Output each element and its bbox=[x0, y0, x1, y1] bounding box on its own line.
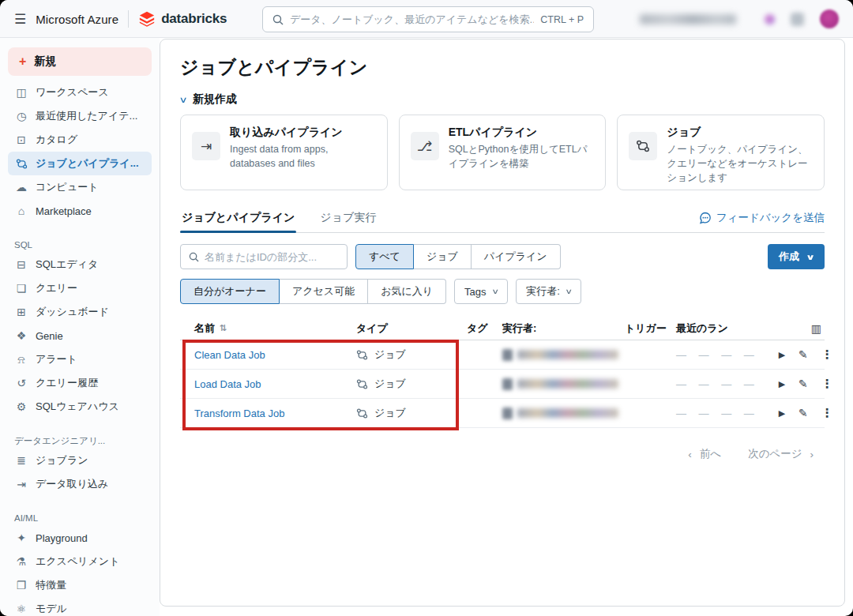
global-search-input[interactable] bbox=[290, 13, 534, 25]
pagination-next[interactable]: 次のページ › bbox=[748, 447, 814, 461]
blurred-help-icon[interactable] bbox=[791, 13, 804, 26]
column-picker-icon[interactable]: ▥ bbox=[749, 322, 825, 335]
edit-icon[interactable]: ✎ bbox=[799, 377, 808, 390]
table-header: 名前 ⇅ タイプ タグ 実行者: トリガー 最近のラン ▥ bbox=[180, 317, 825, 340]
bell-icon: ⍾ bbox=[14, 353, 28, 366]
table-row[interactable]: Clean Data Job ジョブ — — — — ▶ ✎ ⋮ bbox=[180, 340, 825, 370]
table-search[interactable] bbox=[180, 244, 348, 269]
create-section-toggle[interactable]: ∨ 新規作成 bbox=[180, 92, 825, 107]
sidebar-item-marketplace[interactable]: ⌂ Marketplace bbox=[8, 199, 152, 223]
sidebar-item-jobs-pipelines[interactable]: ジョブとパイプライ... bbox=[8, 152, 152, 175]
kebab-menu-icon[interactable]: ⋮ bbox=[821, 377, 833, 391]
sidebar-section-ai-ml: AI/ML bbox=[8, 510, 152, 526]
databricks-logo-icon bbox=[138, 10, 156, 28]
edit-icon[interactable]: ✎ bbox=[799, 348, 808, 361]
sidebar-item-catalog[interactable]: ⊡ カタログ bbox=[8, 128, 152, 152]
sidebar-item-features[interactable]: ❐ 特徴量 bbox=[8, 573, 152, 597]
catalog-icon: ⊡ bbox=[14, 133, 28, 146]
run-as-dropdown[interactable]: 実行者: ∨ bbox=[516, 279, 581, 304]
sidebar-item-data-ingestion[interactable]: ⇥ データ取り込み bbox=[8, 472, 152, 496]
filter-row-1: すべて ジョブ パイプライン 作成 ∨ bbox=[180, 244, 825, 269]
workflows-icon bbox=[14, 158, 28, 170]
blurred-workspace-name[interactable] bbox=[640, 14, 736, 24]
sidebar-item-alerts[interactable]: ⍾ アラート bbox=[8, 347, 152, 371]
azure-label: Microsoft Azure bbox=[36, 13, 118, 26]
column-type[interactable]: タイプ bbox=[356, 321, 467, 336]
speech-bubble-icon bbox=[699, 212, 712, 224]
job-name-link[interactable]: Clean Data Job bbox=[194, 349, 265, 361]
job-type-label: ジョブ bbox=[374, 347, 406, 362]
sidebar-item-sql-editor[interactable]: ⊟ SQLエディタ bbox=[8, 253, 152, 276]
tags-dropdown[interactable]: Tags ∨ bbox=[454, 279, 508, 304]
sidebar-item-recents[interactable]: ◷ 最近使用したアイテ... bbox=[8, 104, 152, 128]
sidebar-item-experiments[interactable]: ⚗ エクスペリメント bbox=[8, 550, 152, 573]
new-button[interactable]: + 新規 bbox=[8, 47, 152, 76]
hamburger-menu-icon[interactable]: ☰ bbox=[14, 11, 26, 28]
sql-editor-icon: ⊟ bbox=[14, 258, 28, 271]
sidebar-item-job-runs[interactable]: ≣ ジョブラン bbox=[8, 449, 152, 472]
card-etl-pipeline[interactable]: ⎇ ETLパイプライン SQLとPythonを使用してETLパイプラインを構築 bbox=[399, 115, 607, 190]
page-title: ジョブとパイプライン bbox=[180, 55, 825, 80]
global-search[interactable]: CTRL + P bbox=[262, 6, 594, 32]
cloud-icon: ☁ bbox=[14, 181, 28, 193]
feature-store-icon: ❐ bbox=[14, 579, 28, 592]
sidebar-item-models[interactable]: ⚛ モデル bbox=[8, 597, 152, 616]
user-icon bbox=[502, 349, 513, 361]
card-ingest-pipeline[interactable]: ⇥ 取り込みパイプライン Ingest data from apps, data… bbox=[180, 115, 388, 190]
run-now-icon[interactable]: ▶ bbox=[779, 350, 785, 360]
column-name[interactable]: 名前 ⇅ bbox=[180, 321, 356, 336]
workflows-icon bbox=[356, 408, 368, 419]
create-button[interactable]: 作成 ∨ bbox=[768, 244, 825, 269]
feedback-link[interactable]: フィードバックを送信 bbox=[699, 211, 825, 225]
table-search-input[interactable] bbox=[205, 251, 339, 263]
kebab-menu-icon[interactable]: ⋮ bbox=[821, 347, 833, 362]
column-tags[interactable]: タグ bbox=[467, 321, 502, 336]
pagination-prev[interactable]: ‹ 前へ bbox=[688, 447, 721, 461]
table-row[interactable]: Transform Data Job ジョブ — — — — ▶ ✎ ⋮ bbox=[180, 399, 825, 428]
genie-icon: ❖ bbox=[14, 329, 28, 342]
card-job[interactable]: ジョブ ノートブック、パイプライン、クエリーなどをオーケストレーションします bbox=[617, 115, 825, 190]
sidebar-item-genie[interactable]: ❖ Genie bbox=[8, 324, 152, 347]
table-row[interactable]: Load Data Job ジョブ — — — — ▶ ✎ ⋮ bbox=[180, 370, 825, 399]
sidebar-item-compute[interactable]: ☁ コンピュート bbox=[8, 175, 152, 199]
sidebar-item-workspace[interactable]: ◫ ワークスペース bbox=[8, 81, 152, 104]
segment-favorites[interactable]: お気に入り bbox=[368, 279, 446, 304]
blurred-notification-icon[interactable] bbox=[765, 14, 775, 24]
workspace-icon: ◫ bbox=[14, 86, 28, 99]
kebab-menu-icon[interactable]: ⋮ bbox=[821, 406, 833, 420]
column-recent-runs[interactable]: 最近のラン bbox=[676, 321, 749, 336]
chevron-down-icon: ∨ bbox=[565, 287, 573, 295]
job-name-link[interactable]: Load Data Job bbox=[194, 378, 261, 390]
jobs-table: 名前 ⇅ タイプ タグ 実行者: トリガー 最近のラン ▥ Clean Data… bbox=[180, 317, 825, 428]
tab-job-runs[interactable]: ジョブ実行 bbox=[318, 211, 378, 232]
tab-jobs-pipelines[interactable]: ジョブとパイプライン bbox=[180, 211, 296, 232]
brand-name: databricks bbox=[161, 11, 227, 27]
search-shortcut: CTRL + P bbox=[540, 14, 584, 25]
chevron-down-icon: ∨ bbox=[491, 287, 499, 295]
run-now-icon[interactable]: ▶ bbox=[779, 408, 785, 419]
type-segmented-control: すべて ジョブ パイプライン bbox=[355, 244, 561, 269]
run-now-icon[interactable]: ▶ bbox=[779, 379, 785, 389]
segment-jobs[interactable]: ジョブ bbox=[414, 244, 472, 269]
sort-ascending-icon[interactable]: ⇅ bbox=[220, 323, 227, 333]
job-name-link[interactable]: Transform Data Job bbox=[194, 408, 284, 419]
history-icon: ↺ bbox=[14, 377, 28, 389]
storefront-icon: ⌂ bbox=[14, 205, 28, 217]
segment-all[interactable]: すべて bbox=[355, 244, 414, 269]
column-run-as[interactable]: 実行者: bbox=[502, 321, 625, 336]
user-avatar[interactable] bbox=[820, 9, 839, 28]
chevron-down-icon: ∨ bbox=[806, 253, 815, 261]
segment-accessible[interactable]: アクセス可能 bbox=[280, 279, 368, 304]
sidebar-item-playground[interactable]: ✦ Playground bbox=[8, 526, 152, 550]
column-trigger[interactable]: トリガー bbox=[625, 321, 676, 336]
sidebar-item-queries[interactable]: ❏ クエリー bbox=[8, 276, 152, 300]
sidebar-item-sql-warehouses[interactable]: ⚙ SQLウェアハウス bbox=[8, 395, 152, 419]
segment-pipelines[interactable]: パイプライン bbox=[472, 244, 561, 269]
sidebar-item-query-history[interactable]: ↺ クエリー履歴 bbox=[8, 371, 152, 395]
databricks-logo[interactable]: databricks bbox=[138, 10, 227, 28]
segment-owned-by-me[interactable]: 自分がオーナー bbox=[180, 279, 280, 304]
edit-icon[interactable]: ✎ bbox=[799, 407, 808, 419]
chevron-down-icon: ∨ bbox=[178, 95, 187, 105]
sidebar-item-dashboards[interactable]: ⊞ ダッシュボード bbox=[8, 300, 152, 324]
chevron-right-icon: › bbox=[810, 449, 814, 460]
